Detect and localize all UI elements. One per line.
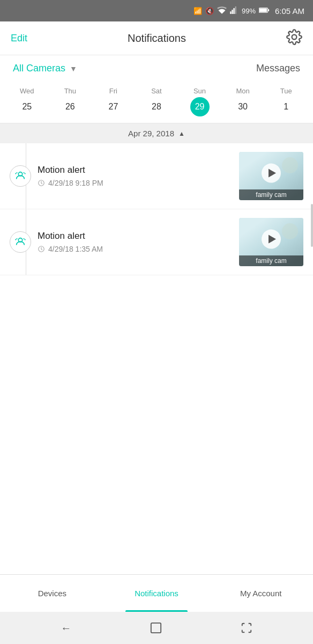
nav-label: My Account [240,589,282,598]
calendar-day[interactable]: Tue1 [277,87,296,123]
notification-time-row: 4/29/18 1:35 AM [38,245,233,253]
day-name: Sat [151,87,162,95]
svg-rect-12 [151,623,161,633]
nav-label: Devices [38,589,66,598]
motion-alert-icon [10,165,31,187]
day-number: 28 [147,97,166,116]
day-number: 30 [233,97,252,116]
notification-time-row: 4/29/18 9:18 PM [38,179,233,187]
notification-thumbnail[interactable]: family cam [239,152,303,200]
dropdown-arrow-icon: ▼ [70,64,77,73]
back-button[interactable]: ← [61,622,71,634]
page-title: Notifications [128,32,186,45]
settings-icon[interactable] [286,29,302,47]
day-number: 27 [103,97,123,116]
calendar-day[interactable]: Thu26 [61,87,80,123]
battery-percent: 99% [242,7,256,15]
play-button[interactable] [262,230,281,249]
notification-title: Motion alert [38,165,233,175]
mute-icon: 🔇 [205,7,214,15]
day-number: 26 [61,97,80,116]
calendar-day[interactable]: Fri27 [103,87,123,123]
svg-rect-3 [235,6,236,14]
notification-time: 4/29/18 1:35 AM [48,245,103,253]
nav-item-devices[interactable]: Devices [0,575,105,612]
notification-title: Motion alert [38,231,233,241]
nav-label: Notifications [135,589,178,598]
recent-apps-button[interactable] [241,622,252,634]
camera-name-label: family cam [239,255,303,266]
camera-filter-label: All Cameras [13,63,65,74]
svg-point-7 [292,35,297,40]
notification-item[interactable]: Motion alert 4/29/18 1:35 AMfamily cam [0,209,313,275]
clock-icon [38,179,45,187]
notification-content: Motion alert 4/29/18 1:35 AM [38,231,233,253]
svg-rect-2 [233,8,234,14]
day-name: Tue [280,87,292,95]
header: Edit Notifications [0,21,313,55]
notification-list: Motion alert 4/29/18 9:18 PMfamily cam M… [0,143,313,275]
wifi-icon [217,6,227,16]
day-name: Fri [109,87,117,95]
nav-item-notifications[interactable]: Notifications [105,575,209,612]
clock-icon [38,245,45,253]
day-number: 25 [17,97,36,116]
notification-item[interactable]: Motion alert 4/29/18 9:18 PMfamily cam [0,143,313,209]
sim-icon: 📶 [193,7,202,15]
day-name: Sun [193,87,206,95]
svg-rect-0 [230,11,231,14]
signal-icon [230,6,239,16]
date-arrow-icon: ▲ [178,130,185,137]
scroll-indicator [311,204,313,247]
status-bar: 📶 🔇 99% 6:05 AM [0,0,313,21]
calendar-days-row: Wed25Thu26Fri27Sat28Sun29Mon30Tue1 [0,87,313,123]
edit-button[interactable]: Edit [11,33,27,44]
nav-item-my-account[interactable]: My Account [208,575,313,612]
motion-alert-icon [10,231,31,253]
filter-bar: All Cameras ▼ Messages [0,55,313,82]
calendar-day[interactable]: Sun29 [190,87,210,123]
home-button[interactable] [150,622,162,634]
notification-content: Motion alert 4/29/18 9:18 PM [38,165,233,187]
day-number: 29 [190,97,210,116]
system-nav-bar: ← [0,612,313,644]
bottom-nav: DevicesNotificationsMy Account [0,574,313,612]
date-label-bar: Apr 29, 2018 ▲ [0,123,313,143]
calendar-strip: Wed25Thu26Fri27Sat28Sun29Mon30Tue1 [0,82,313,123]
camera-filter[interactable]: All Cameras ▼ [13,63,77,74]
status-time: 6:05 AM [275,6,304,16]
notification-time: 4/29/18 9:18 PM [48,179,103,187]
day-name: Wed [20,87,34,95]
svg-rect-1 [232,10,233,14]
messages-tab[interactable]: Messages [256,63,300,74]
calendar-day[interactable]: Mon30 [233,87,252,123]
notification-thumbnail[interactable]: family cam [239,218,303,266]
calendar-day[interactable]: Sat28 [147,87,166,123]
calendar-day[interactable]: Wed25 [17,87,36,123]
play-button[interactable] [262,164,281,183]
day-name: Thu [64,87,76,95]
day-number: 1 [277,97,296,116]
svg-rect-5 [259,8,267,12]
day-name: Mon [236,87,249,95]
selected-date-label: Apr 29, 2018 [128,129,174,138]
camera-name-label: family cam [239,189,303,200]
battery-icon [259,7,270,15]
svg-rect-6 [268,9,270,11]
